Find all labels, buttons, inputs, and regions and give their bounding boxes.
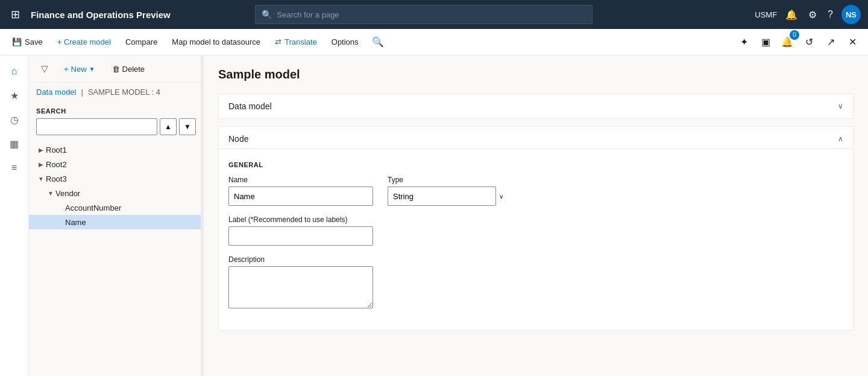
list-item[interactable]: ▶ Root1 <box>29 142 203 157</box>
form-row-description: Description <box>228 255 843 308</box>
list-item[interactable]: ▼ Vendor <box>29 186 203 200</box>
label-label: Label (*Recommended to use labels) <box>228 215 373 224</box>
translate-icon: ⇄ <box>275 37 281 46</box>
breadcrumb-sep: | <box>81 88 83 97</box>
description-label: Description <box>228 255 373 264</box>
expand-icon[interactable]: ▶ <box>36 159 46 169</box>
tree-item-label: AccountNumber <box>65 203 121 212</box>
node-section-header[interactable]: Node ∧ <box>219 127 853 149</box>
compare-button[interactable]: Compare <box>119 34 163 50</box>
top-navbar: ⊞ Finance and Operations Preview 🔍 USMF … <box>0 0 868 29</box>
top-nav-right: USMF 🔔 ⚙ ? NS <box>755 5 861 24</box>
name-field-group: Name <box>228 176 373 206</box>
tree-search-input[interactable] <box>36 118 157 135</box>
label-input[interactable] <box>228 226 373 246</box>
tree-item-label: Root1 <box>46 145 67 155</box>
type-select[interactable]: String Integer Real Date DateTime Boolea… <box>388 186 496 206</box>
node-section-body: GENERAL Name Type String Integer Re <box>219 149 853 330</box>
avatar[interactable]: NS <box>841 5 861 24</box>
chevron-down-icon: ∨ <box>838 102 843 110</box>
tree-item-label: Vendor <box>55 189 80 198</box>
grid-icon[interactable]: ⊞ <box>7 4 24 25</box>
type-select-wrap: String Integer Real Date DateTime Boolea… <box>388 186 508 206</box>
list-item[interactable]: ▶ Name <box>29 215 203 229</box>
label-field-group: Label (*Recommended to use labels) <box>228 215 373 246</box>
type-label: Type <box>388 176 508 184</box>
form-row-name-type: Name Type String Integer Real Date DateT… <box>228 176 843 206</box>
bell-icon[interactable]: 🔔 <box>783 7 800 23</box>
name-label: Name <box>228 176 373 184</box>
options-button[interactable]: Options <box>326 34 365 50</box>
sidebar-icons: ⌂ ★ ◷ ▦ ≡ <box>0 56 29 376</box>
search-down-button[interactable]: ▼ <box>179 118 196 135</box>
node-section-title: Node <box>228 134 248 144</box>
sidebar-home-icon[interactable]: ⌂ <box>4 60 25 82</box>
expand-icon[interactable]: ▼ <box>36 174 46 183</box>
translate-button[interactable]: ⇄ Translate <box>269 34 323 50</box>
description-input[interactable] <box>228 266 373 308</box>
data-model-section-header[interactable]: Data model ∨ <box>219 94 853 118</box>
node-section: Node ∧ GENERAL Name Type St <box>218 126 854 331</box>
user-code: USMF <box>755 10 777 19</box>
tree-items: ▶ Root1 ▶ Root2 ▼ Root3 ▼ Vendor ▶ Accou <box>29 139 203 376</box>
search-icon: 🔍 <box>262 10 272 19</box>
resize-handle[interactable] <box>201 56 203 376</box>
search-label: SEARCH <box>36 107 196 115</box>
save-button[interactable]: 💾 Save <box>6 34 49 50</box>
search-input[interactable] <box>277 10 586 19</box>
filter-button[interactable]: ▽ <box>36 60 53 77</box>
data-model-section-title: Data model <box>228 101 272 111</box>
sidebar-favorites-icon[interactable]: ★ <box>4 84 25 106</box>
create-model-button[interactable]: + Create model <box>51 34 117 50</box>
type-field-group: Type String Integer Real Date DateTime B… <box>388 176 508 206</box>
badge-wrap: 🔔 0 <box>778 33 797 52</box>
command-bar: 💾 Save + Create model Compare Map model … <box>0 29 868 56</box>
name-input[interactable] <box>228 186 373 206</box>
form-row-label: Label (*Recommended to use labels) <box>228 215 843 246</box>
search-icon-cmd[interactable]: 🔍 <box>367 34 389 50</box>
content-panel: Sample model Data model ∨ Node ∧ GENERAL… <box>204 56 868 376</box>
sidebar-workspaces-icon[interactable]: ▦ <box>4 133 25 155</box>
gear-icon[interactable]: ⚙ <box>806 7 819 23</box>
list-item[interactable]: ▼ Root3 <box>29 171 203 186</box>
chevron-up-icon: ∧ <box>838 135 843 143</box>
app-title: Finance and Operations Preview <box>31 10 171 20</box>
list-item[interactable]: ▶ Root2 <box>29 157 203 171</box>
badge: 0 <box>790 30 799 40</box>
breadcrumb-part2: SAMPLE MODEL : 4 <box>88 88 160 97</box>
search-bar[interactable]: 🔍 <box>255 5 593 24</box>
breadcrumb-part1[interactable]: Data model <box>36 88 76 97</box>
share-button[interactable]: ↗ <box>821 33 840 52</box>
expand-icon[interactable]: ▼ <box>46 188 55 198</box>
description-field-group: Description <box>228 255 373 308</box>
delete-button[interactable]: 🗑 Delete <box>106 62 151 77</box>
main-layout: ⌂ ★ ◷ ▦ ≡ ▽ + New ▼ 🗑 Delete Data model … <box>0 56 868 376</box>
general-section-label: GENERAL <box>228 161 843 168</box>
help-icon[interactable]: ? <box>825 7 835 22</box>
breadcrumb: Data model | SAMPLE MODEL : 4 <box>29 83 203 101</box>
list-item[interactable]: ▶ AccountNumber <box>29 200 203 215</box>
tree-item-label: Root3 <box>46 174 67 183</box>
close-button[interactable]: ✕ <box>843 33 862 52</box>
data-model-section: Data model ∨ <box>218 94 854 119</box>
command-bar-right: ✦ ▣ 🔔 0 ↺ ↗ ✕ <box>734 33 862 52</box>
tree-toolbar: ▽ + New ▼ 🗑 Delete <box>29 56 203 83</box>
new-button[interactable]: + New ▼ <box>58 62 101 77</box>
panel-icon[interactable]: ▣ <box>756 33 775 52</box>
refresh-button[interactable]: ↺ <box>799 33 819 52</box>
sidebar-list-icon[interactable]: ≡ <box>4 157 25 179</box>
map-model-button[interactable]: Map model to datasource <box>166 34 266 50</box>
select-chevron-icon: ∨ <box>499 193 503 200</box>
search-section: SEARCH ▲ ▼ <box>29 101 203 139</box>
sidebar-recent-icon[interactable]: ◷ <box>4 109 25 130</box>
search-up-button[interactable]: ▲ <box>160 118 177 135</box>
expand-icon[interactable]: ▶ <box>36 145 46 155</box>
tree-item-label: Root2 <box>46 160 67 169</box>
pinned-icon[interactable]: ✦ <box>734 33 753 52</box>
tree-item-label: Name <box>65 218 86 227</box>
save-icon: 💾 <box>12 37 22 46</box>
page-title: Sample model <box>218 68 854 81</box>
tree-panel: ▽ + New ▼ 🗑 Delete Data model | SAMPLE M… <box>29 56 204 376</box>
